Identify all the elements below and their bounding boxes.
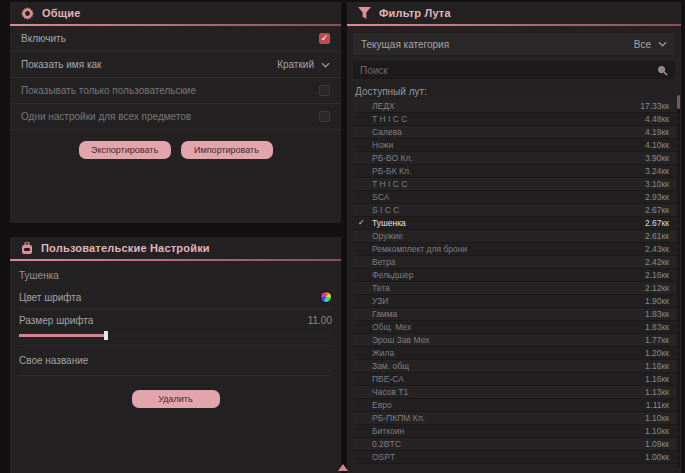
enable-label: Включить [21,33,66,44]
loot-item-row[interactable]: SCA 2.93кк [353,191,676,204]
only-custom-checkbox[interactable] [319,85,330,96]
loot-item-row[interactable]: S I C C 2.67кк [353,204,676,217]
resize-handle-icon[interactable] [338,464,348,471]
loot-item-name: Тета [372,283,390,293]
available-loot-label: Доступный лут: [347,83,681,100]
gear-icon [21,7,34,20]
loot-item-row[interactable]: Тета 2.12кк [353,282,676,295]
search-input[interactable] [360,65,657,76]
category-label: Текущая категория [361,39,449,50]
color-picker-icon[interactable] [320,291,332,303]
loot-item-row[interactable]: Часов Т1 1.13кк [353,386,676,399]
scrollbar-thumb[interactable] [677,95,680,109]
loot-item-value: 1.10кк [645,426,669,436]
loot-item-row[interactable]: Салева 4.19кк [353,126,676,139]
loot-item-value: 1.09кк [645,439,669,449]
font-size-label: Размер шрифта [19,315,93,326]
loot-item-row[interactable]: Ножи 4.10кк [353,139,676,152]
funnel-icon [358,7,371,19]
loot-list: ЛЕДХ 17.33кк Т Н I С С 4.48кк Салева 4.1… [353,100,676,464]
loot-item-row[interactable]: ЛЕДХ 17.33кк [353,100,676,113]
loot-item-value: 4.48кк [645,114,669,124]
loot-item-value: 2.93кк [645,192,669,202]
loot-item-value: 1.90кк [645,296,669,306]
loot-item-value: 1.83кк [645,322,669,332]
show-name-value: Краткий [277,59,314,70]
loot-item-name: Гамма [372,309,397,319]
show-name-label: Показать имя как [21,59,101,70]
loot-item-value: 2.67кк [645,218,669,228]
loot-item-row[interactable]: Оружие 2.61кк [353,230,676,243]
loot-item-name: Тушенка [372,218,406,228]
import-button[interactable]: Импортировать [181,141,273,159]
delete-button[interactable]: Удалить [132,390,220,408]
loot-item-row[interactable]: ✓ Тушенка 2.67кк [353,217,676,230]
loot-item-value: 2.42кк [645,257,669,267]
loot-item-row[interactable]: РБ-ПКПМ Кл. 1.10кк [353,412,676,425]
show-name-dropdown[interactable]: Краткий [277,59,330,70]
panel-title: Общие [42,7,81,19]
loot-item-name: Биткоин [372,426,404,436]
loot-item-value: 1.83кк [645,309,669,319]
loot-item-value: 1.77кк [645,335,669,345]
loot-item-name: РБ-ВО Кл. [372,153,413,163]
loot-list-scrollbar[interactable] [677,95,680,468]
loot-item-row[interactable]: Зам. общ 1.16кк [353,360,676,373]
font-size-value: 11.00 [308,315,332,326]
loot-item-row[interactable]: ОSPT 1.00кк [353,451,676,464]
font-color-row: Цвет шрифта [19,286,332,309]
loot-item-value: 3.10кк [645,179,669,189]
loot-item-name: Эрош Зав Мех [372,335,429,345]
enable-row: Включить ✓ [10,26,341,52]
loot-item-row[interactable]: 0.2BTC 1.09кк [353,438,676,451]
loot-item-row[interactable]: Ветра 2.42кк [353,256,676,269]
loot-item-name: Евро [372,400,392,410]
loot-item-name: Салева [372,127,402,137]
export-import-row: Экспортировать Импортировать [10,130,341,159]
loot-item-value: 2.43кк [645,244,669,254]
panel-loot-filter: Фильтр Лута Текущая категория Все Доступ… [347,2,681,473]
enable-checkbox[interactable]: ✓ [319,33,330,44]
loot-item-row[interactable]: Биткоин 1.10кк [353,425,676,438]
chevron-down-icon [321,62,330,68]
loot-item-row[interactable]: ПВЕ-СА 1.16кк [353,373,676,386]
loot-item-row[interactable]: Эрош Зав Мех 1.77кк [353,334,676,347]
loot-item-name: Фельдшер [372,270,414,280]
loot-item-value: 1.16кк [645,361,669,371]
loot-filter-header: Фильтр Лута [347,2,681,24]
loot-item-row[interactable]: Фельдшер 2.16кк [353,269,676,282]
loot-item-row[interactable]: Ремкомплект для брони 2.43кк [353,243,676,256]
loot-item-name: Зам. общ [372,361,409,371]
slider-handle[interactable] [104,331,108,340]
check-icon: ✓ [358,218,365,227]
loot-item-name: ПВЕ-СА [372,374,404,384]
delete-row: Удалить [10,376,341,408]
same-settings-checkbox[interactable] [319,111,330,122]
loot-item-row[interactable]: Общ. Мех 1.83кк [353,321,676,334]
loot-item-row[interactable]: Гамма 1.83кк [353,308,676,321]
loot-item-value: 2.61кк [645,231,669,241]
export-button[interactable]: Экспортировать [79,141,171,159]
loot-item-row[interactable]: Жила 1.20кк [353,347,676,360]
search-icon[interactable] [657,65,668,76]
loot-item-row[interactable]: УЗИ 1.90кк [353,295,676,308]
loot-item-name: ОSPT [372,452,395,462]
category-row: Текущая категория Все [353,33,675,55]
loot-item-value: 1.00кк [645,452,669,462]
only-custom-row: Показывать только пользовательские [10,78,341,104]
search-row [353,61,675,79]
loot-item-value: 17.33кк [640,101,669,111]
loot-item-name: Ветра [372,257,395,267]
loot-item-name: Часов Т1 [372,387,408,397]
header-divider [347,24,681,26]
loot-item-row[interactable]: РБ-БК Кл. 3.24кк [353,165,676,178]
loot-item-name: РБ-ПКПМ Кл. [372,413,425,423]
loot-item-row[interactable]: Т Н I С С 3.10кк [353,178,676,191]
font-size-slider[interactable] [19,334,332,337]
loot-item-row[interactable]: Т Н I С С 4.48кк [353,113,676,126]
font-size-row: Размер шрифта 11.00 [19,309,332,332]
category-dropdown[interactable]: Все [634,39,667,50]
loot-item-row[interactable]: Евро 1.11кк [353,399,676,412]
loot-item-row[interactable]: РБ-ВО Кл. 3.90кк [353,152,676,165]
panel-title: Пользовательские Настройки [41,242,210,254]
